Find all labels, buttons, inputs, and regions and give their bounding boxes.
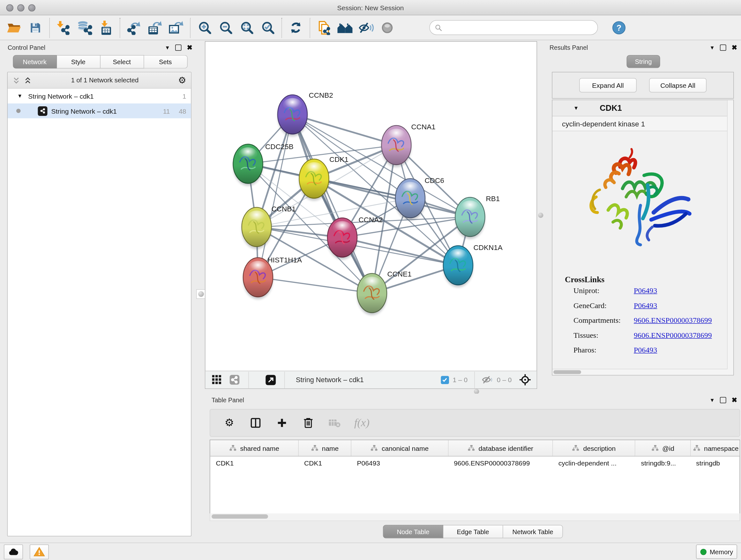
column-header-canonical-name[interactable]: canonical name — [351, 440, 448, 456]
zoom-in-button[interactable] — [194, 17, 215, 38]
expand-all-button[interactable]: Expand All — [579, 78, 636, 92]
node-CDC6[interactable]: CDC6 — [395, 177, 444, 220]
clone-network-button[interactable] — [314, 17, 335, 38]
table-panel-float-icon[interactable]: ▼ — [710, 397, 715, 402]
table-panel-maximize-icon[interactable] — [720, 397, 726, 403]
add-row-button[interactable] — [275, 416, 289, 430]
table-cell[interactable]: cyclin-dependent ... — [553, 456, 635, 469]
table-horizontal-scrollbar[interactable] — [210, 513, 740, 521]
birds-eye-crosshair-icon[interactable] — [519, 373, 532, 387]
tab-string[interactable]: String — [627, 55, 660, 68]
network-options-gear-icon[interactable]: ⚙ — [178, 76, 186, 85]
control-panel-maximize-icon[interactable] — [175, 44, 182, 51]
import-database-button[interactable] — [74, 17, 95, 38]
edge-CCNB2-CCNA1[interactable] — [293, 115, 397, 145]
node-CCNE1[interactable]: CCNE1 — [357, 270, 412, 315]
column-header-namespace[interactable]: namespace — [690, 440, 740, 456]
table-row[interactable]: CDK1CDK1P064939606.ENSP00000378699cyclin… — [210, 456, 740, 469]
collapse-all-networks-icon[interactable] — [12, 76, 20, 84]
cloud-status-button[interactable] — [4, 544, 23, 559]
import-network-button[interactable] — [53, 17, 74, 38]
columns-button[interactable] — [249, 416, 262, 430]
expand-all-networks-icon[interactable] — [24, 76, 31, 84]
export-network-button[interactable] — [124, 17, 145, 38]
tab-edge-table[interactable]: Edge Table — [443, 525, 503, 538]
tab-style[interactable]: Style — [57, 55, 100, 69]
node-CCNB1[interactable]: CCNB1 — [242, 205, 296, 249]
tab-network-table[interactable]: Network Table — [503, 525, 563, 538]
zoom-selected-button[interactable] — [257, 17, 278, 38]
edge-CDK1-RB1[interactable] — [314, 179, 470, 217]
results-vertical-scrollbar[interactable] — [727, 100, 734, 375]
network-canvas[interactable]: CCNB2 CCNA1 CDC25B CDK1 — [205, 42, 537, 371]
node-table[interactable]: shared name name canonical name database… — [210, 440, 740, 514]
network-view-panel[interactable]: CCNB2 CCNA1 CDC25B CDK1 — [205, 41, 537, 389]
tab-network[interactable]: Network — [13, 55, 57, 69]
open-session-button[interactable] — [4, 17, 25, 38]
collection-expander-icon[interactable]: ▼ — [17, 94, 22, 99]
help-button[interactable]: ? — [609, 17, 630, 38]
export-table-button[interactable] — [145, 17, 165, 38]
results-panel-maximize-icon[interactable] — [720, 44, 726, 51]
save-session-button[interactable] — [25, 17, 46, 38]
search-field[interactable] — [429, 20, 598, 35]
delete-row-button[interactable] — [301, 416, 315, 430]
tab-node-table[interactable]: Node Table — [383, 525, 443, 538]
left-splitter-handle[interactable] — [196, 289, 206, 299]
tab-select[interactable]: Select — [100, 55, 144, 69]
first-neighbors-button[interactable] — [335, 17, 356, 38]
crosslink-link[interactable]: P06493 — [634, 287, 657, 295]
show-annotations-button[interactable] — [377, 17, 398, 38]
table-cell[interactable]: stringdb — [690, 456, 740, 469]
crosslink-link[interactable]: P06493 — [634, 301, 657, 310]
results-panel-float-icon[interactable]: ▼ — [710, 45, 715, 50]
collapse-all-button[interactable]: Collapse All — [649, 78, 706, 92]
selected-items-checkbox[interactable] — [441, 376, 449, 384]
crosslink-link[interactable]: 9606.ENSP00000378699 — [634, 316, 712, 325]
table-cell[interactable]: stringdb:9... — [635, 456, 690, 469]
refresh-view-button[interactable] — [285, 17, 307, 38]
hide-annotations-button[interactable] — [356, 17, 377, 38]
node-CCNB2[interactable]: CCNB2 — [278, 91, 333, 137]
memory-button[interactable]: Memory — [696, 545, 737, 559]
right-splitter-handle[interactable] — [538, 212, 543, 218]
column-header-description[interactable]: description — [553, 440, 635, 456]
import-table-button[interactable] — [95, 17, 117, 38]
table-cell[interactable]: 9606.ENSP00000378699 — [448, 456, 553, 469]
column-header-at-id[interactable]: @id — [635, 440, 690, 456]
network-row[interactable]: String Network – cdk1 11 48 — [8, 104, 191, 118]
crosslink-link[interactable]: P06493 — [634, 346, 657, 354]
network-collection-row[interactable]: ▼ String Network – cdk1 1 — [8, 89, 191, 104]
tab-sets[interactable]: Sets — [144, 55, 188, 69]
table-cell[interactable]: P06493 — [351, 456, 448, 469]
zoom-fit-button[interactable] — [236, 17, 257, 38]
node-RB1[interactable]: RB1 — [455, 195, 500, 239]
edge-CCNB2-HIST1H1A[interactable] — [258, 115, 293, 277]
column-header-database-identifier[interactable]: database identifier — [448, 440, 553, 456]
search-input[interactable] — [445, 23, 593, 32]
control-panel-float-icon[interactable]: ▼ — [165, 45, 170, 50]
results-horizontal-scrollbar[interactable] — [552, 369, 728, 375]
close-window-button[interactable] — [6, 4, 14, 12]
table-settings-button[interactable]: ⚙ — [223, 416, 236, 430]
zoom-out-button[interactable] — [215, 17, 236, 38]
node-CCNA1[interactable]: CCNA1 — [382, 123, 435, 167]
control-panel-close-icon[interactable]: ✖ — [187, 44, 192, 51]
table-panel-close-icon[interactable]: ✖ — [731, 396, 737, 403]
column-header-name[interactable]: name — [298, 440, 351, 456]
table-cell[interactable]: CDK1 — [210, 456, 299, 469]
column-header-shared-name[interactable]: shared name — [210, 440, 299, 456]
table-cell[interactable]: CDK1 — [298, 456, 351, 469]
crosslink-link[interactable]: 9606.ENSP00000378699 — [634, 331, 712, 340]
network-share-icon[interactable] — [228, 373, 241, 387]
results-panel-close-icon[interactable]: ✖ — [731, 44, 737, 51]
gene-section-header[interactable]: ▼ CDK1 — [552, 100, 733, 117]
gene-collapse-icon[interactable]: ▼ — [574, 105, 579, 111]
birds-eye-grid-icon[interactable] — [210, 373, 224, 387]
export-image-button[interactable] — [165, 17, 187, 38]
warnings-button[interactable] — [30, 544, 49, 559]
edge-CCNB2-CCNE1[interactable] — [293, 115, 372, 294]
zoom-window-button[interactable] — [28, 4, 36, 12]
minimize-window-button[interactable] — [17, 4, 24, 12]
open-in-new-window-icon[interactable] — [264, 373, 277, 387]
